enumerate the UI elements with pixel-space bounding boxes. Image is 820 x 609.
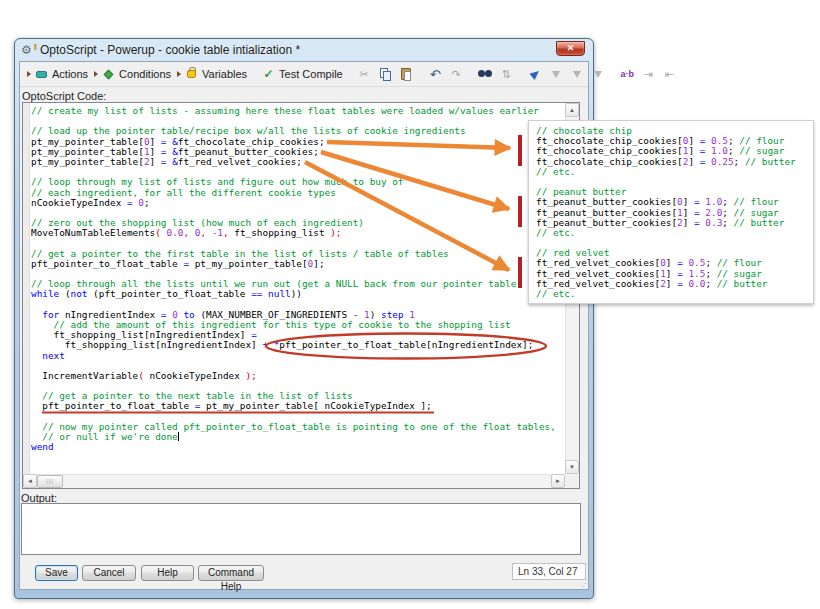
funnel-icon bbox=[549, 67, 564, 82]
dropdown-arrow-icon bbox=[177, 71, 181, 77]
funnel-icon bbox=[570, 67, 585, 82]
scissors-icon: ✂ bbox=[357, 67, 372, 82]
peanut-butter-marker-bar bbox=[518, 196, 522, 227]
dropdown-arrow-icon bbox=[94, 71, 98, 77]
selection-margin bbox=[23, 103, 30, 474]
redo-button[interactable]: ↷ bbox=[446, 65, 467, 84]
check-icon: ✓ bbox=[261, 67, 276, 82]
find-button[interactable] bbox=[475, 65, 496, 84]
resize-grip[interactable]: ⋰ bbox=[581, 579, 589, 588]
horizontal-scrollbar[interactable]: ◄ ||| ► bbox=[23, 474, 565, 488]
ingredient-values-panel: // chocolate chipft_chocolate_chip_cooki… bbox=[528, 120, 814, 304]
conditions-icon bbox=[101, 67, 116, 82]
dropdown-arrow-icon bbox=[27, 71, 31, 77]
cancel-button[interactable]: Cancel bbox=[82, 565, 136, 581]
indent-icon: ⇥ bbox=[641, 67, 656, 82]
bookmark-clear-button[interactable] bbox=[588, 65, 609, 84]
code-content: // create my list of lists - assuming he… bbox=[31, 106, 556, 452]
copy-button[interactable] bbox=[375, 65, 396, 84]
window-title: OptoScript - Powerup - cookie table inti… bbox=[40, 43, 300, 57]
undo-icon: ↶ bbox=[428, 67, 443, 82]
actions-label: Actions bbox=[52, 68, 88, 80]
optoscript-window: ⚙! OptoScript - Powerup - cookie table i… bbox=[14, 38, 594, 599]
paste-button[interactable] bbox=[396, 65, 417, 84]
scroll-left-button[interactable]: ◄ bbox=[23, 474, 37, 488]
output-box[interactable] bbox=[21, 503, 581, 555]
redo-icon: ↷ bbox=[449, 67, 464, 82]
test-compile-button[interactable]: ✓ Test Compile bbox=[258, 65, 346, 84]
funnel-icon bbox=[591, 67, 606, 82]
save-button[interactable]: Save bbox=[35, 565, 78, 581]
red-velvet-marker-bar bbox=[518, 257, 522, 288]
page-background: ⚙! OptoScript - Powerup - cookie table i… bbox=[0, 0, 820, 609]
variables-button[interactable]: Variables bbox=[174, 65, 250, 84]
find-next-button[interactable]: ⇅ bbox=[496, 65, 517, 84]
copy-icon bbox=[378, 67, 393, 82]
bookmark-next-button[interactable] bbox=[567, 65, 588, 84]
warning-icon: ! bbox=[34, 40, 37, 54]
scroll-right-button[interactable]: ► bbox=[551, 474, 565, 488]
conditions-button[interactable]: Conditions bbox=[91, 65, 174, 84]
indent-button[interactable]: ⇥ bbox=[638, 65, 659, 84]
undo-button[interactable]: ↶ bbox=[425, 65, 446, 84]
test-compile-label: Test Compile bbox=[279, 68, 343, 80]
close-button[interactable]: ✕ bbox=[556, 41, 585, 56]
horizontal-scroll-thumb[interactable]: ||| bbox=[37, 475, 63, 488]
swap-arrows-icon: ⇅ bbox=[499, 67, 514, 82]
outdent-icon: ⇤ bbox=[662, 67, 677, 82]
actions-icon bbox=[34, 67, 49, 82]
bookmark-flag-icon bbox=[528, 67, 543, 82]
titlebar[interactable]: ⚙! OptoScript - Powerup - cookie table i… bbox=[15, 39, 593, 61]
outdent-button[interactable]: ⇤ bbox=[659, 65, 680, 84]
clipboard-icon bbox=[399, 67, 414, 82]
cut-button[interactable]: ✂ bbox=[354, 65, 375, 84]
app-gear-icon: ⚙! bbox=[21, 43, 35, 57]
chocolate-chip-marker-bar bbox=[518, 135, 522, 166]
whole-word-button[interactable]: a·b bbox=[617, 65, 638, 84]
scroll-up-button[interactable]: ▲ bbox=[565, 103, 579, 117]
scroll-down-button[interactable]: ▼ bbox=[565, 460, 579, 474]
cursor-position-status: Ln 33, Col 27 bbox=[512, 563, 586, 580]
dialog-client-area: Actions Conditions Variables ✓ Test Comp… bbox=[19, 61, 589, 590]
bookmark-toggle-button[interactable] bbox=[525, 65, 546, 84]
bookmark-prev-button[interactable] bbox=[546, 65, 567, 84]
scrollbar-corner bbox=[565, 474, 579, 488]
toolbar: Actions Conditions Variables ✓ Test Comp… bbox=[20, 62, 588, 87]
code-editor[interactable]: // create my list of lists - assuming he… bbox=[22, 102, 580, 489]
variables-label: Variables bbox=[202, 68, 247, 80]
binoculars-icon bbox=[478, 67, 493, 82]
help-button[interactable]: Help bbox=[141, 565, 194, 581]
conditions-label: Conditions bbox=[119, 68, 171, 80]
actions-button[interactable]: Actions bbox=[24, 65, 91, 84]
command-help-button[interactable]: Command Help bbox=[198, 565, 264, 581]
code-editor-label: OptoScript Code: bbox=[22, 90, 106, 102]
ab-icon: a·b bbox=[620, 67, 635, 82]
padlock-icon bbox=[184, 67, 199, 82]
